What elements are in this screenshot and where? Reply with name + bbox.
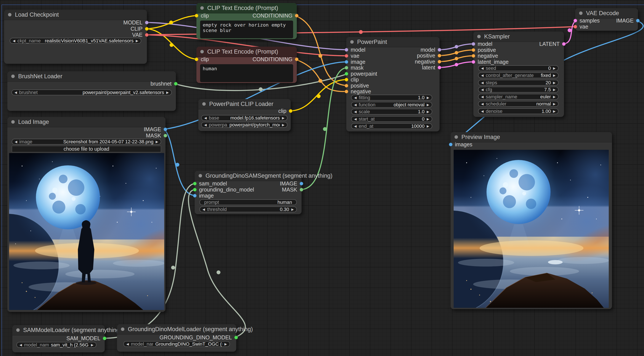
- clip-port-icon[interactable]: [289, 109, 292, 113]
- collapse-dot-icon[interactable]: [8, 13, 12, 16]
- input-slot-samples[interactable]: samples: [574, 17, 600, 23]
- prompt-widget[interactable]: prompthuman: [200, 199, 297, 205]
- output-slot-conditioning[interactable]: CONDITIONING: [252, 12, 298, 18]
- clip-port-icon[interactable]: [195, 57, 198, 61]
- collapse-dot-icon[interactable]: [200, 6, 204, 10]
- output-slot-clip[interactable]: clip: [278, 108, 292, 114]
- prev-arrow-icon[interactable]: ◀: [481, 95, 484, 98]
- node-vae-decode[interactable]: VAE Decode samples vae IMAGE: [575, 8, 638, 31]
- prompt-textarea[interactable]: human: [200, 64, 293, 82]
- collapse-dot-icon[interactable]: [121, 328, 124, 331]
- node-clip-text-encode-negative[interactable]: CLIP Text Encode (Prompt) clip CONDITION…: [196, 47, 297, 83]
- model-port-icon[interactable]: [472, 42, 475, 46]
- output-slot-brushnet[interactable]: brushnet: [150, 81, 178, 87]
- conditioning-port-icon[interactable]: [472, 48, 475, 52]
- prev-arrow-icon[interactable]: ◀: [20, 343, 22, 347]
- node-ksampler[interactable]: KSampler model positive negative latent_…: [473, 31, 564, 117]
- next-arrow-icon[interactable]: ▶: [136, 39, 138, 42]
- output-slot-latent[interactable]: latent: [422, 64, 441, 70]
- choose-file-button[interactable]: choose file to upload: [12, 146, 161, 152]
- node-clip-text-encode-positive[interactable]: CLIP Text Encode (Prompt) clip CONDITION…: [196, 3, 297, 39]
- input-slot-sam-model[interactable]: sam_model: [193, 180, 227, 187]
- prev-arrow-icon[interactable]: ◀: [481, 81, 484, 84]
- prev-arrow-icon[interactable]: ◀: [15, 140, 17, 143]
- input-slot-negative[interactable]: negative: [344, 88, 371, 94]
- prev-arrow-icon[interactable]: ◀: [354, 96, 357, 99]
- next-arrow-icon[interactable]: ▶: [166, 91, 169, 94]
- collapse-dot-icon[interactable]: [477, 35, 481, 38]
- next-arrow-icon[interactable]: ▶: [224, 342, 227, 346]
- base-widget[interactable]: ◀basemodel.fp16.safetensors▶: [201, 115, 288, 121]
- vae-port-icon[interactable]: [145, 33, 148, 37]
- collapse-dot-icon[interactable]: [11, 74, 15, 78]
- node-preview-image[interactable]: Preview Image images: [450, 132, 612, 309]
- next-arrow-icon[interactable]: ▶: [553, 95, 556, 98]
- output-slot-negative[interactable]: negative: [415, 58, 441, 65]
- powerpaint-widget[interactable]: ◀powerpaintpowerpaint/pytorch_model.bin▶: [201, 122, 288, 128]
- ckpt-name-widget[interactable]: ◀ckpt_namerealisticVisionV60B1_v51VAE.sa…: [10, 38, 141, 44]
- image-file-widget[interactable]: ◀imageScreenshot from 2024-05-07 12-22-3…: [12, 139, 161, 145]
- prev-arrow-icon[interactable]: ◀: [481, 102, 484, 105]
- prev-arrow-icon[interactable]: ◀: [481, 74, 484, 77]
- conditioning-port-icon[interactable]: [472, 54, 475, 58]
- conditioning-port-icon[interactable]: [438, 60, 441, 63]
- latent-port-icon[interactable]: [438, 66, 441, 69]
- steps-widget[interactable]: ◀steps20▶: [478, 80, 558, 86]
- clip-port-icon[interactable]: [145, 27, 148, 31]
- prev-arrow-icon[interactable]: ◀: [481, 88, 484, 91]
- node-titlebar[interactable]: BrushNet Loader: [7, 71, 176, 82]
- image-port-icon[interactable]: [164, 127, 167, 131]
- prev-arrow-icon[interactable]: ◀: [354, 103, 357, 106]
- output-slot-image[interactable]: IMAGE: [144, 126, 167, 132]
- conditioning-port-icon[interactable]: [295, 14, 298, 17]
- input-slot-model[interactable]: model: [472, 41, 492, 47]
- image-port-icon[interactable]: [449, 143, 452, 146]
- node-powerpaint-clip-loader[interactable]: PowerPaint CLIP Loader clip ◀basemodel.f…: [198, 99, 291, 131]
- output-slot-conditioning[interactable]: CONDITIONING: [252, 56, 298, 62]
- next-arrow-icon[interactable]: ▶: [156, 140, 158, 143]
- mask-port-icon[interactable]: [164, 134, 167, 137]
- conditioning-port-icon[interactable]: [344, 84, 348, 87]
- output-slot-image[interactable]: IMAGE: [616, 17, 640, 23]
- sampler-name-widget[interactable]: ◀sampler_nameeuler▶: [478, 94, 558, 100]
- node-titlebar[interactable]: PowerPaint CLIP Loader: [198, 99, 291, 109]
- next-arrow-icon[interactable]: ▶: [553, 74, 556, 77]
- collapse-dot-icon[interactable]: [11, 120, 15, 124]
- node-load-image[interactable]: Load Image IMAGE MASK ◀imageScreenshot f…: [7, 117, 166, 312]
- node-titlebar[interactable]: PowerPaint: [346, 37, 440, 47]
- seed-widget[interactable]: ◀seed0▶: [478, 65, 558, 71]
- next-arrow-icon[interactable]: ▶: [553, 88, 556, 91]
- latent-port-icon[interactable]: [574, 19, 577, 22]
- model-name-widget[interactable]: ◀model_nameGroundingDINO_SwinT_OGC (694M…: [123, 341, 230, 347]
- next-arrow-icon[interactable]: ▶: [426, 103, 429, 106]
- grounding-dino-model-port-icon[interactable]: [193, 188, 197, 192]
- fitting-widget[interactable]: ◀fitting1.0▶: [351, 95, 432, 100]
- brushnet-widget[interactable]: ◀brushnetpowerpaint/powerpaint_v2.safete…: [12, 89, 172, 95]
- model-port-icon[interactable]: [145, 21, 148, 24]
- node-load-checkpoint[interactable]: Load Checkpoint MODEL CLIP VAE ◀ckpt_nam…: [4, 10, 147, 64]
- control-after-generate-widget[interactable]: ◀control_after_generatefixed▶: [478, 72, 558, 78]
- next-arrow-icon[interactable]: ▶: [553, 81, 556, 84]
- next-arrow-icon[interactable]: ▶: [426, 117, 429, 121]
- input-slot-model[interactable]: model: [344, 47, 365, 53]
- prev-arrow-icon[interactable]: ◀: [126, 342, 129, 346]
- input-slot-vae[interactable]: vae: [574, 23, 588, 30]
- output-slot-model[interactable]: model: [420, 47, 441, 53]
- function-widget[interactable]: ◀functionobject removal▶: [351, 102, 432, 108]
- input-slot-latent-image[interactable]: latent_image: [472, 59, 508, 65]
- input-slot-clip[interactable]: clip: [195, 12, 209, 18]
- input-slot-images[interactable]: images: [449, 141, 472, 147]
- end-at-widget[interactable]: ◀end_at10000▶: [351, 123, 432, 129]
- output-slot-clip[interactable]: CLIP: [130, 26, 148, 32]
- start-at-widget[interactable]: ◀start_at0▶: [351, 116, 432, 122]
- conditioning-port-icon[interactable]: [344, 90, 348, 93]
- input-slot-image[interactable]: image: [344, 59, 365, 65]
- next-arrow-icon[interactable]: ▶: [91, 343, 94, 347]
- next-arrow-icon[interactable]: ▶: [282, 123, 284, 126]
- node-sam-model-loader[interactable]: SAMModelLoader (segment anything) SAM_MO…: [12, 325, 105, 352]
- node-grounding-dino-model-loader[interactable]: GroundingDinoModelLoader (segment anythi…: [117, 324, 236, 352]
- prev-arrow-icon[interactable]: ◀: [204, 123, 207, 126]
- output-slot-grounding-dino-model[interactable]: GROUNDING_DINO_MODEL: [160, 334, 238, 341]
- node-titlebar[interactable]: Load Checkpoint: [4, 10, 147, 20]
- image-port-icon[interactable]: [193, 194, 197, 198]
